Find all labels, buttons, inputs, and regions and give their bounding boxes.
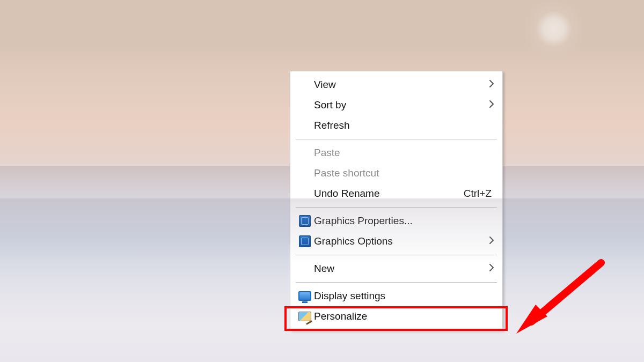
menu-item-label: Sort by (314, 99, 485, 111)
menu-item-graphics-options[interactable]: Graphics Options (291, 231, 501, 252)
menu-separator (296, 282, 497, 283)
chevron-right-icon (485, 263, 495, 275)
menu-item-shortcut: Ctrl+Z (464, 188, 495, 200)
intel-icon (296, 215, 314, 227)
menu-item-label: Paste (314, 147, 495, 159)
menu-item-sort-by[interactable]: Sort by (291, 95, 501, 115)
menu-item-label: Paste shortcut (314, 167, 495, 179)
menu-item-graphics-properties[interactable]: Graphics Properties... (291, 211, 501, 231)
menu-item-label: View (314, 79, 485, 91)
menu-separator (296, 207, 497, 208)
menu-item-new[interactable]: New (291, 258, 501, 279)
chevron-right-icon (485, 235, 495, 247)
menu-item-refresh[interactable]: Refresh (291, 115, 501, 136)
chevron-right-icon (485, 99, 495, 111)
display-icon (296, 291, 314, 301)
menu-item-label: Graphics Options (314, 235, 485, 247)
personalize-icon (296, 312, 314, 321)
menu-item-paste: Paste (291, 143, 501, 163)
svg-marker-1 (516, 305, 547, 334)
menu-item-display-settings[interactable]: Display settings (291, 286, 501, 306)
menu-item-personalize[interactable]: Personalize (291, 306, 501, 327)
menu-item-label: Undo Rename (314, 188, 464, 200)
menu-separator (296, 139, 497, 139)
menu-separator (296, 255, 497, 255)
menu-item-label: Display settings (314, 290, 495, 302)
svg-line-0 (531, 263, 601, 322)
menu-item-label: New (314, 263, 485, 275)
menu-item-label: Refresh (314, 120, 495, 131)
desktop-wallpaper[interactable]: View Sort by Refresh Paste Paste shortcu… (0, 0, 644, 362)
menu-item-paste-shortcut: Paste shortcut (291, 163, 501, 183)
intel-icon (296, 235, 314, 247)
menu-item-undo-rename[interactable]: Undo Rename Ctrl+Z (291, 183, 501, 204)
menu-item-view[interactable]: View (291, 75, 501, 95)
desktop-context-menu: View Sort by Refresh Paste Paste shortcu… (290, 71, 503, 330)
menu-item-label: Graphics Properties... (314, 215, 495, 227)
menu-item-label: Personalize (314, 311, 495, 322)
chevron-right-icon (485, 79, 495, 91)
annotation-arrow-icon (510, 257, 617, 343)
